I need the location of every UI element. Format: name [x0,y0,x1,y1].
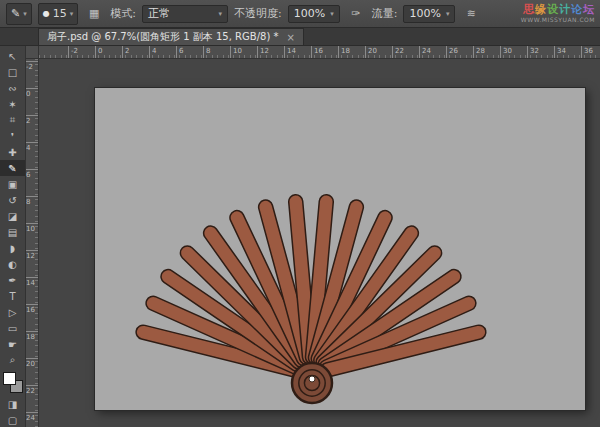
brush-size-value: 15 [53,7,67,20]
watermark-char: 设 [547,3,559,16]
history-brush-tool-icon[interactable]: ↺ [0,192,25,208]
h-ruler-label: 34 [554,46,566,58]
watermark-line2: WWW.MISSYUAN.COM [521,16,595,23]
hand-tool-icon[interactable]: ☛ [0,336,25,352]
brush-tool-icon[interactable]: ✎ [0,160,25,176]
tool-preset-picker[interactable]: ✎ ▾ [6,3,32,25]
watermark-char: 坛 [583,3,595,16]
h-ruler-label: 22 [392,46,404,58]
v-ruler-label: 12 [26,250,38,260]
flow-label: 流量: [372,6,398,21]
v-ruler-label: 14 [26,277,38,287]
v-ruler-label: 6 [26,169,38,179]
mode-label: 模式: [110,6,136,21]
h-ruler-label: 18 [338,46,350,58]
tool-list: ↖□∾✶⌗❜✚✎▣↺◪▤◗◐✒T▷▭☛⌕ [0,48,25,368]
chevron-down-icon: ▾ [446,10,450,18]
fan-svg [95,88,585,410]
screen-mode-tool-icon[interactable]: ▢ [0,412,25,427]
clone-stamp-tool-icon[interactable]: ▣ [0,176,25,192]
h-ruler-label: -2 [68,46,78,58]
mode-select[interactable]: 正常 ▾ [142,5,228,23]
tab-bar: 扇子.psd @ 67.7%(圆角矩形 1 副本 15, RGB/8) * × [0,28,600,46]
magic-wand-tool-icon[interactable]: ✶ [0,96,25,112]
healing-brush-tool-icon[interactable]: ✚ [0,144,25,160]
watermark: 思缘设计论坛 WWW.MISSYUAN.COM [521,3,595,23]
move-tool-icon[interactable]: ↖ [0,48,25,64]
flow-select[interactable]: 100% ▾ [403,5,455,23]
eraser-tool-icon[interactable]: ◪ [0,208,25,224]
fan-hub-rivet [309,376,315,382]
flow-value: 100% [409,7,441,20]
quick-mask-tool-icon[interactable]: ◨ [0,396,25,412]
v-ruler-label: 16 [26,304,38,314]
opacity-select[interactable]: 100% ▾ [288,5,340,23]
pen-tool-icon[interactable]: ✒ [0,272,25,288]
lasso-tool-icon[interactable]: ∾ [0,80,25,96]
h-ruler-label: 14 [284,46,296,58]
options-bar: ✎ ▾ ● 15 ▾ ▦ 模式: 正常 ▾ 不透明度: 100% ▾ ✑ 流量:… [0,0,600,28]
dodge-tool-icon[interactable]: ◐ [0,256,25,272]
blur-tool-icon[interactable]: ◗ [0,240,25,256]
v-ruler-label: 2 [26,115,38,125]
watermark-char: 缘 [535,3,547,16]
watermark-char: 计 [559,3,571,16]
brush-tool-icon: ✎ [11,7,20,20]
v-ruler-label: -2 [26,61,38,71]
watermark-char: 论 [571,3,583,16]
v-ruler-label: 24 [26,412,38,422]
h-ruler-label: 8 [203,46,210,58]
brush-panel-toggle-icon[interactable]: ▦ [84,4,104,24]
opacity-label: 不透明度: [234,6,282,21]
path-select-tool-icon[interactable]: ▷ [0,304,25,320]
v-ruler-label: 0 [26,88,38,98]
chevron-down-icon: ▾ [70,10,74,18]
chevron-down-icon: ▾ [218,10,222,18]
horizontal-ruler[interactable]: -2024681012141618202224262830323436 [39,46,600,59]
crop-tool-icon[interactable]: ⌗ [0,112,25,128]
chevron-down-icon: ▾ [23,10,27,18]
document-canvas[interactable] [95,88,585,410]
foreground-color-swatch[interactable] [3,372,16,385]
tool-list-bottom: ◨▢ [0,396,25,427]
opacity-value: 100% [294,7,326,20]
h-ruler-label: 0 [95,46,102,58]
h-ruler-label: 36 [581,46,593,58]
h-ruler-label: 12 [257,46,269,58]
v-ruler-label: 4 [26,142,38,152]
document-tab[interactable]: 扇子.psd @ 67.7%(圆角矩形 1 副本 15, RGB/8) * × [38,28,304,45]
tab-title: 扇子.psd @ 67.7%(圆角矩形 1 副本 15, RGB/8) * [47,30,278,44]
h-ruler-label: 4 [149,46,156,58]
h-ruler-label: 26 [446,46,458,58]
v-ruler-label: 22 [26,385,38,395]
watermark-line1: 思缘设计论坛 [521,3,595,16]
h-ruler-label: 20 [365,46,377,58]
zoom-tool-icon[interactable]: ⌕ [0,352,25,368]
v-ruler-label: 8 [26,196,38,206]
eyedropper-tool-icon[interactable]: ❜ [0,128,25,144]
h-ruler-label: 28 [473,46,485,58]
vertical-ruler[interactable]: -2024681012141618202224 [26,59,39,427]
mode-value: 正常 [148,6,214,21]
v-ruler-label: 20 [26,358,38,368]
photoshop-window: ✎ ▾ ● 15 ▾ ▦ 模式: 正常 ▾ 不透明度: 100% ▾ ✑ 流量:… [0,0,600,427]
brush-tip-icon: ● [43,9,50,18]
h-ruler-label: 24 [419,46,431,58]
color-swatches [0,370,25,396]
h-ruler-label: 2 [122,46,129,58]
tab-close-icon[interactable]: × [286,32,294,43]
canvas-viewport [39,59,600,427]
ruler-origin-corner[interactable] [26,46,39,59]
tools-panel: ↖□∾✶⌗❜✚✎▣↺◪▤◗◐✒T▷▭☛⌕ ◨▢ [0,46,26,427]
shape-tool-icon[interactable]: ▭ [0,320,25,336]
h-ruler-label: 10 [230,46,242,58]
type-tool-icon[interactable]: T [0,288,25,304]
h-ruler-label: 16 [311,46,323,58]
gradient-tool-icon[interactable]: ▤ [0,224,25,240]
v-ruler-label: 10 [26,223,38,233]
pressure-opacity-icon[interactable]: ✑ [346,4,366,24]
h-ruler-label: 6 [176,46,183,58]
airbrush-icon[interactable]: ≋ [461,4,481,24]
marquee-tool-icon[interactable]: □ [0,64,25,80]
brush-preset-picker[interactable]: ● 15 ▾ [38,3,79,25]
